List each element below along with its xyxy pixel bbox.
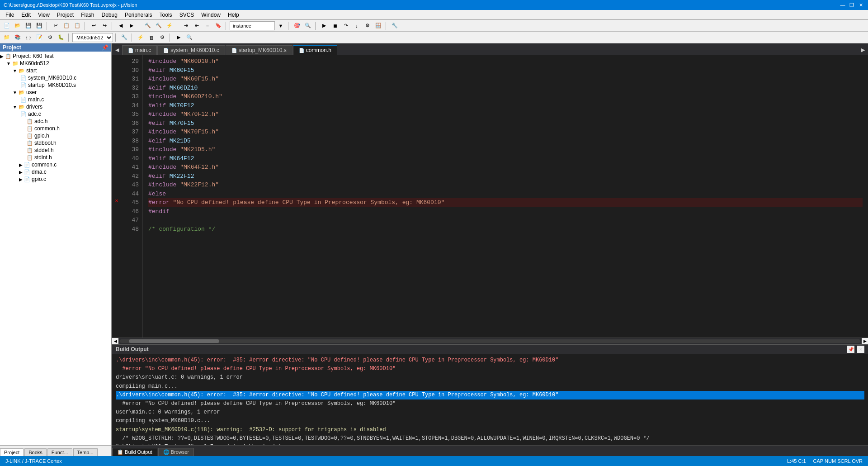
- menu-item-peripherals[interactable]: Peripherals: [121, 11, 156, 19]
- save-button[interactable]: 💾: [24, 21, 33, 31]
- build-output-line[interactable]: .\drivers\inc\common.h(45): error: #35: …: [116, 356, 864, 365]
- nav-forward-button[interactable]: ▶: [127, 21, 137, 31]
- build-output-line[interactable]: #error "No CPU defined! please define CP…: [116, 365, 864, 373]
- menu-item-project[interactable]: Project: [53, 11, 77, 19]
- editor-tab-system-mk60d10-c[interactable]: 📄system_MK60D10.c: [157, 45, 225, 55]
- build-output-close[interactable]: ✕: [857, 346, 864, 353]
- tree-item-gpio.c[interactable]: ▶ 📄gpio.c: [0, 176, 111, 183]
- redo-button[interactable]: ↪: [99, 21, 109, 31]
- project-pin-icon[interactable]: 📌: [102, 44, 108, 51]
- cut-button[interactable]: ✂: [51, 21, 61, 31]
- tree-item-adc.h[interactable]: 📋adc.h: [0, 118, 111, 125]
- menu-item-window[interactable]: Window: [198, 11, 224, 19]
- menu-item-help[interactable]: Help: [224, 11, 243, 19]
- tree-item-startup_mk60d10.s[interactable]: 📄startup_MK60D10.s: [0, 81, 111, 89]
- target-options-button[interactable]: 🔧: [119, 33, 129, 43]
- target-select-button[interactable]: 🎯: [292, 21, 302, 31]
- step-over-button[interactable]: ↷: [341, 21, 351, 31]
- stop-button[interactable]: ⏹: [330, 21, 340, 31]
- flash-download-button[interactable]: ⚡: [136, 33, 146, 43]
- template-button[interactable]: 📝: [34, 33, 44, 43]
- batch-build-button[interactable]: ⚡: [165, 21, 175, 31]
- scroll-thumb[interactable]: [129, 339, 219, 343]
- tree-item-main.c[interactable]: 📄main.c: [0, 96, 111, 103]
- tree-item-stddef.h[interactable]: 📋stddef.h: [0, 147, 111, 154]
- minimize-button[interactable]: —: [839, 1, 846, 9]
- tools-button[interactable]: 🔧: [390, 21, 400, 31]
- debug-win-button[interactable]: 🐛: [56, 33, 66, 43]
- paste-button[interactable]: 📋: [72, 21, 82, 31]
- indent-button[interactable]: ⇥: [181, 21, 191, 31]
- scroll-left-button[interactable]: ◀: [112, 338, 118, 344]
- run-button[interactable]: ▶: [319, 21, 329, 31]
- tree-item-common.h[interactable]: 📋common.h: [0, 125, 111, 132]
- tree-item-adc.c[interactable]: 📄adc.c: [0, 110, 111, 118]
- extra-button[interactable]: ⚙: [45, 33, 55, 43]
- editor-tab-startup-mk60d10-s[interactable]: 📄startup_MK60D10.s: [226, 45, 292, 55]
- editor-tab-main-c[interactable]: 📄main.c: [122, 45, 157, 55]
- tree-item-start[interactable]: ▼ 📂start: [0, 67, 111, 74]
- build-output-line[interactable]: startup\system_MK60D10.c(118): warning: …: [116, 426, 864, 434]
- build-tab-build-output[interactable]: 📋 Build Output: [112, 448, 157, 456]
- save-all-button[interactable]: 💾: [34, 21, 44, 31]
- editor-tab-common-h[interactable]: 📄common.h: [293, 45, 337, 55]
- menu-item-tools[interactable]: Tools: [156, 11, 176, 19]
- build-tab-browser[interactable]: 🌐 Browser: [158, 448, 194, 456]
- new-button[interactable]: 📄: [2, 21, 12, 31]
- build-output-pin[interactable]: 📌: [847, 346, 854, 353]
- undo-button[interactable]: ↩: [89, 21, 99, 31]
- build-output-line[interactable]: .\drivers\inc\common.h(45): error: #35: …: [116, 391, 864, 399]
- build-output-line[interactable]: drivers\src\uart.c: 0 warnings, 1 error: [116, 373, 864, 382]
- build-output-line[interactable]: user\main.c: 0 warnings, 1 error: [116, 408, 864, 417]
- editor-scrollbar-h[interactable]: ◀ ▶: [112, 338, 868, 344]
- window-select-button[interactable]: 🪟: [373, 21, 383, 31]
- step-in-button[interactable]: ↓: [352, 21, 362, 31]
- tree-item-project:-k60-test[interactable]: ▶ 📋Project: K60 Test: [0, 52, 111, 60]
- tab-nav-left[interactable]: ◀: [112, 45, 122, 55]
- project-tab-books[interactable]: Books: [24, 448, 47, 456]
- close-button[interactable]: ✕: [857, 1, 864, 9]
- flash-erase-button[interactable]: 🗑: [146, 33, 156, 43]
- books-button[interactable]: 📚: [13, 33, 23, 43]
- project-tab-temp[interactable]: Temp...: [73, 448, 98, 456]
- project-tab-project[interactable]: Project: [0, 448, 24, 456]
- build-output-line[interactable]: compiling main.c...: [116, 382, 864, 391]
- project-tab-funct[interactable]: Funct...: [47, 448, 72, 456]
- build-output-line[interactable]: compiling system_MK60D10.c...: [116, 417, 864, 425]
- menu-item-view[interactable]: View: [34, 11, 53, 19]
- build-output-line[interactable]: /* WDOG_STCTRLH: ??=0,DISTESTWDOG=0,BYTE…: [116, 434, 864, 443]
- tree-item-drivers[interactable]: ▼ 📂drivers: [0, 103, 111, 110]
- target-dropdown[interactable]: MK60dn512: [72, 33, 113, 42]
- project-window-button[interactable]: 📁: [2, 33, 12, 43]
- tree-item-stdbool.h[interactable]: 📋stdbool.h: [0, 139, 111, 147]
- open-button[interactable]: 📂: [13, 21, 23, 31]
- editor-content[interactable]: ✕ 29303132333435363738394041424344454647…: [112, 55, 868, 338]
- menu-item-debug[interactable]: Debug: [98, 11, 121, 19]
- tree-item-stdint.h[interactable]: 📋stdint.h: [0, 154, 111, 161]
- nav-back-button[interactable]: ◀: [116, 21, 126, 31]
- instance-dropdown-button[interactable]: ▼: [276, 21, 286, 31]
- menu-item-edit[interactable]: Edit: [18, 11, 34, 19]
- build-button[interactable]: 🔨: [143, 21, 153, 31]
- menu-item-flash[interactable]: Flash: [77, 11, 98, 19]
- build-output-line[interactable]: #error "No CPU defined! please define CP…: [116, 399, 864, 408]
- format-button[interactable]: ≡: [203, 21, 212, 31]
- tree-item-gpio.h[interactable]: 📋gpio.h: [0, 132, 111, 139]
- debug-start-button[interactable]: ▶: [174, 33, 184, 43]
- menu-item-file[interactable]: File: [2, 11, 18, 19]
- build-output-content[interactable]: .\drivers\inc\common.h(45): error: #35: …: [112, 354, 868, 445]
- tree-item-user[interactable]: ▼ 📂user: [0, 89, 111, 96]
- tab-nav-right[interactable]: ▶: [858, 45, 868, 55]
- copy-button[interactable]: 📋: [61, 21, 71, 31]
- build-all-button[interactable]: 🔨: [154, 21, 164, 31]
- tree-item-dma.c[interactable]: ▶ 📄dma.c: [0, 168, 111, 176]
- flash-options-button[interactable]: ⚙: [157, 33, 167, 43]
- debug-button[interactable]: 🔍: [303, 21, 313, 31]
- bookmark-button[interactable]: 🔖: [213, 21, 223, 31]
- outdent-button[interactable]: ⇤: [192, 21, 202, 31]
- code-area[interactable]: #include "MK60D10.h"#elif MK60F15#includ…: [143, 55, 868, 338]
- scroll-right-button[interactable]: ▶: [862, 338, 868, 344]
- tree-item-system_mk60d10.c[interactable]: 📄system_MK60D10.c: [0, 74, 111, 81]
- menu-item-svcs[interactable]: SVCS: [176, 11, 198, 19]
- func-button[interactable]: { }: [24, 33, 33, 43]
